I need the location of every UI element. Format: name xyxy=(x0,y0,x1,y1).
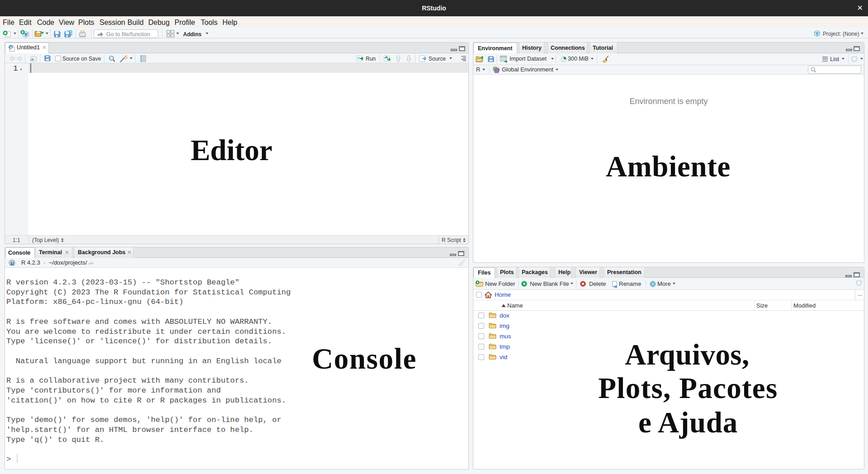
svg-text:R: R xyxy=(24,32,28,37)
svg-text:R: R xyxy=(816,32,819,36)
svg-text:R: R xyxy=(9,45,13,50)
svg-text:R: R xyxy=(10,260,15,267)
